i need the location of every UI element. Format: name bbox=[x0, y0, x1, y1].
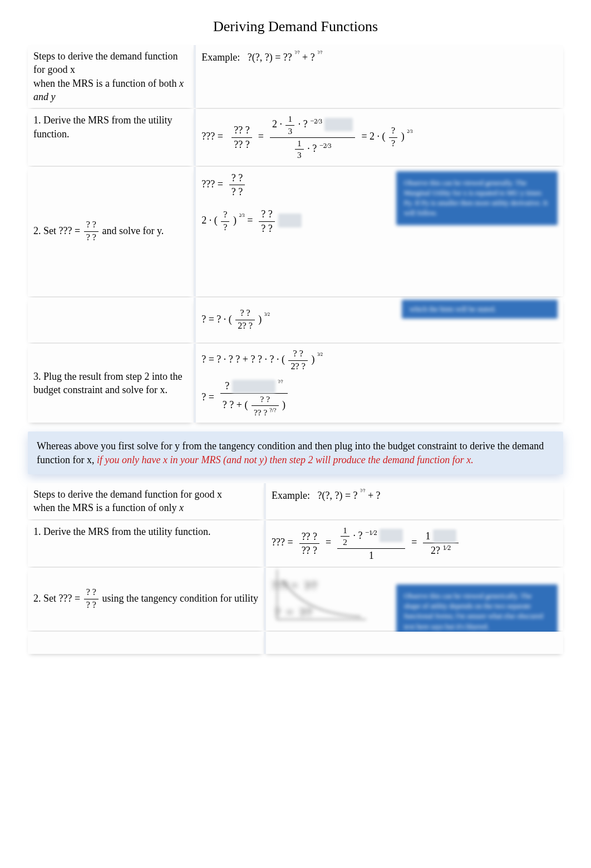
blurred-text: ___ bbox=[324, 118, 353, 131]
vars: x bbox=[179, 502, 184, 513]
step1-left: 1. Derive the MRS from the utility funct… bbox=[28, 109, 194, 166]
section2-header-left: Steps to derive the demand function for … bbox=[28, 483, 264, 519]
step2-right: Observe this can be viewed generically. … bbox=[264, 568, 563, 631]
lhs: ??? = bbox=[201, 131, 223, 142]
section1-step3-row: 3. Plug the result from step 2 into the … bbox=[28, 344, 563, 423]
plus: + ? bbox=[368, 490, 381, 501]
document-page: Deriving Demand Functions Steps to deriv… bbox=[0, 0, 591, 688]
step3-left: 3. Plug the result from step 2 into the … bbox=[28, 344, 194, 423]
eq: ?(?, ?) = ?? bbox=[248, 52, 292, 63]
banner-red: if you only have x in your MRS (and not … bbox=[97, 454, 474, 465]
section2-step1-row: 1. Derive the MRS from the utility funct… bbox=[28, 520, 563, 567]
text: Steps to derive the demand function for … bbox=[33, 489, 222, 513]
step1-left: 1. Derive the MRS from the utility funct… bbox=[28, 520, 264, 567]
section1-header-left: Steps to derive the demand function for … bbox=[28, 45, 194, 108]
step2-right: Observe this can be viewed generally. Th… bbox=[194, 167, 563, 296]
section1-header-row: Steps to derive the demand function for … bbox=[28, 45, 563, 108]
section2-step2-row: 2. Set ??? = ? ? ? ? using the tangency … bbox=[28, 568, 563, 631]
interm-right: which the hints will be stated. ? = ? · … bbox=[194, 297, 563, 343]
plus: + ? bbox=[302, 52, 315, 63]
mid: = bbox=[258, 131, 264, 142]
eq: ?(?, ?) = ? bbox=[317, 490, 357, 501]
banner-text-a: Whereas above you first solve for bbox=[37, 440, 175, 452]
section1-table: Steps to derive the demand function for … bbox=[28, 44, 563, 424]
text: Steps to derive the demand function for … bbox=[33, 51, 178, 89]
section2-table: Steps to derive the demand function for … bbox=[28, 482, 563, 655]
step2-left: 2. Set ??? = ? ? ? ? using the tangency … bbox=[28, 568, 264, 631]
section1-header-right: Example: ?(?, ?) = ?? ?⁄? + ? ?⁄? bbox=[194, 45, 563, 108]
big-frac: 2 · 1 3 · ? −2⁄3 ___ bbox=[270, 113, 355, 161]
step1-right: ??? = ?? ? ?? ? = 2 · 1 bbox=[194, 109, 563, 166]
section1-step1-row: 1. Derive the MRS from the utility funct… bbox=[28, 109, 563, 166]
example-label: Example: bbox=[272, 490, 310, 501]
section2-header-right: Example: ?(?, ?) = ? ?⁄? + ? bbox=[264, 483, 563, 519]
blurred-text: __ bbox=[380, 529, 403, 542]
step3-right: ? = ? · ? ? + ? ? · ? · ( ? ? 2? ? ) 3⁄2… bbox=[194, 344, 563, 423]
step2-left: 2. Set ??? = ? ? ? ? and solve for y. bbox=[28, 167, 194, 296]
blurred-text: ______ bbox=[232, 380, 275, 393]
hint-text: which the hints will be stated. bbox=[410, 305, 496, 313]
section1-step2-row: 2. Set ??? = ? ? ? ? and solve for y. Ob… bbox=[28, 167, 563, 296]
hint-text: Observe this can be viewed generally. Th… bbox=[404, 178, 548, 217]
section2-trailing-row bbox=[28, 632, 563, 654]
rhs-close: ) bbox=[401, 131, 405, 142]
example-label: Example: bbox=[201, 52, 240, 63]
section1-intermediate-row: which the hints will be stated. ? = ? · … bbox=[28, 297, 563, 343]
rhs-a: = 2 · ( bbox=[361, 131, 385, 142]
note-banner: Whereas above you first solve for y from… bbox=[28, 431, 563, 474]
sketch-graph-icon bbox=[272, 564, 372, 625]
exp1: ?⁄? bbox=[294, 49, 299, 55]
section2-header-row: Steps to derive the demand function for … bbox=[28, 483, 563, 519]
hint-box: Observe this can be viewed generally. Th… bbox=[396, 171, 558, 225]
interm-left bbox=[28, 297, 194, 343]
page-title: Deriving Demand Functions bbox=[28, 17, 563, 36]
hint-box-small: which the hints will be stated. bbox=[402, 300, 558, 319]
blurred-text: __ bbox=[433, 529, 456, 543]
exp2: ?⁄? bbox=[317, 49, 322, 55]
blurred-text: __ bbox=[278, 214, 302, 227]
step1-right: ??? = ?? ? ?? ? = 1 2 bbox=[264, 520, 563, 567]
exp: ?⁄? bbox=[360, 488, 365, 493]
frac-mu: ?? ? ?? ? bbox=[232, 123, 252, 151]
